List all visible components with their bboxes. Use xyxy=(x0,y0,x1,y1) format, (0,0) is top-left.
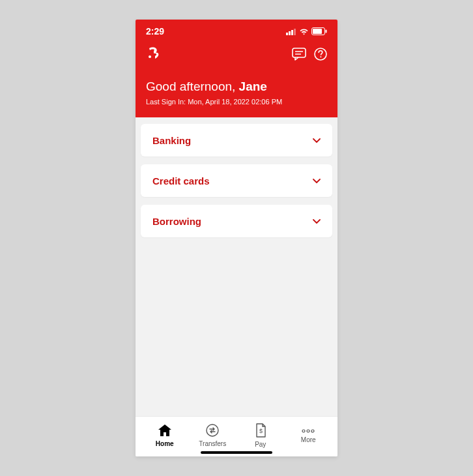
svg-rect-3 xyxy=(294,29,296,35)
svg-rect-0 xyxy=(286,33,288,35)
section-title: Borrowing xyxy=(152,216,201,227)
greeting: Good afternoon, Jane xyxy=(146,80,327,94)
chevron-down-icon xyxy=(313,134,321,146)
header: 2:29 xyxy=(136,20,337,117)
section-title: Credit cards xyxy=(152,175,210,186)
tab-pay[interactable]: $ Pay xyxy=(241,423,280,448)
svg-rect-5 xyxy=(313,29,322,34)
greeting-name: Jane xyxy=(239,80,267,93)
section-borrowing[interactable]: Borrowing xyxy=(141,205,332,237)
svg-rect-2 xyxy=(291,30,293,35)
tab-label: Pay xyxy=(255,441,266,448)
wifi-icon xyxy=(299,28,309,35)
chevron-down-icon xyxy=(313,175,321,186)
last-sign-in: Last Sign In: Mon, April 18, 2022 02:06 … xyxy=(146,98,327,106)
svg-point-7 xyxy=(149,55,151,58)
tab-label: Home xyxy=(156,440,174,447)
tab-home[interactable]: Home xyxy=(145,424,184,447)
svg-point-13 xyxy=(207,424,218,436)
svg-rect-1 xyxy=(289,31,291,35)
battery-icon xyxy=(311,27,327,35)
svg-point-11 xyxy=(315,48,326,60)
transfers-icon xyxy=(206,424,219,438)
tab-label: Transfers xyxy=(199,440,226,447)
section-title: Banking xyxy=(152,135,191,146)
svg-point-17 xyxy=(311,430,314,432)
more-icon xyxy=(302,427,315,434)
chevron-down-icon xyxy=(313,215,321,227)
section-credit-cards[interactable]: Credit cards xyxy=(141,164,332,197)
content-area: Banking Credit cards Borrowing xyxy=(136,117,337,416)
section-banking[interactable]: Banking xyxy=(141,124,332,156)
tab-transfers[interactable]: Transfers xyxy=(193,424,232,447)
greeting-prefix: Good afternoon, xyxy=(146,80,239,93)
signal-icon xyxy=(286,28,296,35)
tab-more[interactable]: More xyxy=(289,427,328,443)
home-icon xyxy=(158,424,172,438)
phone-frame: 2:29 xyxy=(136,20,337,456)
top-bar xyxy=(146,47,327,64)
status-bar: 2:29 xyxy=(146,20,327,43)
svg-text:$: $ xyxy=(259,428,263,434)
brand-logo-icon xyxy=(146,47,159,64)
home-indicator xyxy=(201,451,272,454)
svg-point-16 xyxy=(307,430,309,432)
svg-rect-6 xyxy=(326,30,327,33)
svg-rect-8 xyxy=(293,48,306,57)
help-icon[interactable] xyxy=(314,48,327,63)
status-time: 2:29 xyxy=(146,26,164,37)
svg-point-12 xyxy=(320,56,321,57)
tab-label: More xyxy=(301,436,316,443)
svg-point-15 xyxy=(302,430,305,432)
pay-icon: $ xyxy=(255,423,266,439)
status-indicators xyxy=(286,27,327,35)
chat-icon[interactable] xyxy=(292,48,306,63)
bottom-tab-bar: Home Transfers $ Pay More xyxy=(136,416,337,456)
